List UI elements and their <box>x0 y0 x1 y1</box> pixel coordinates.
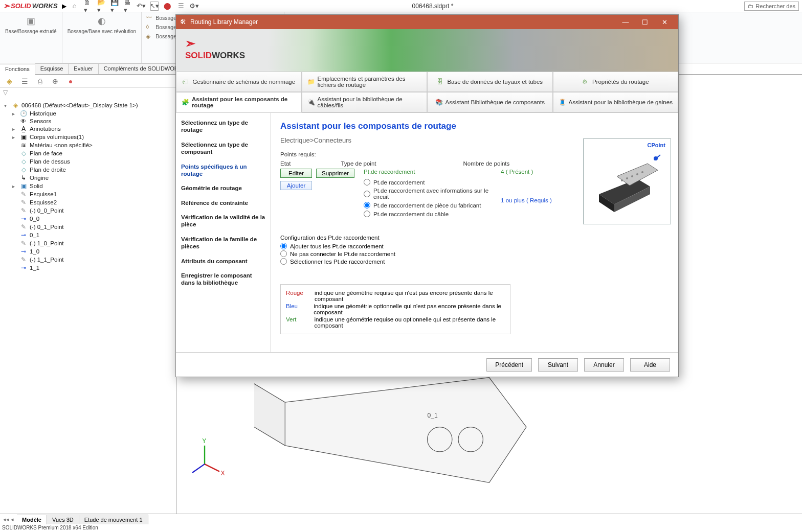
fm-tab-config-icon[interactable]: ⎙ <box>35 76 45 86</box>
rebuild-icon[interactable]: ⬤ <box>164 2 172 11</box>
tree-historique[interactable]: ▸🕑Historique <box>1 109 175 118</box>
ribbon-boss-revolve[interactable]: ◐ Bossage/Base avec révolution <box>62 12 142 63</box>
tree-solid[interactable]: ▸▣Solid <box>1 182 175 190</box>
tab-vues3d[interactable]: Vues 3D <box>47 515 79 524</box>
options-icon[interactable]: ☰ <box>177 2 185 11</box>
tab-nav-prev-icon[interactable]: ◂◂ ◂ <box>0 516 17 523</box>
tree-point-01[interactable]: ✎(-) 0_1_Point <box>1 223 175 231</box>
wiz-step-3[interactable]: Géométrie de routage <box>181 184 265 192</box>
ribbon-tab-esquisse[interactable]: Esquisse <box>35 63 69 74</box>
dlg-tab-comp-lib-wizard[interactable]: 📚Assistant Bibliothèque de composants <box>427 92 553 112</box>
cfg-opt-select[interactable]: Sélectionner les Pt.de raccordement <box>280 258 669 265</box>
svg-text:0_1: 0_1 <box>428 412 438 419</box>
tree-cpoint-11[interactable]: ⊸1_1 <box>1 264 175 272</box>
brand-second: WORKS <box>212 51 245 60</box>
fm-tab-appearance-icon[interactable]: ● <box>65 76 76 86</box>
tree-point-10[interactable]: ✎(-) 1_0_Point <box>1 239 175 247</box>
tree-annotations[interactable]: ▸A̲Annotations <box>1 125 175 133</box>
minimize-icon[interactable]: — <box>616 15 635 29</box>
save-icon[interactable]: 💾▾ <box>110 2 119 11</box>
tree-esquisse1[interactable]: ✎Esquisse1 <box>1 190 175 198</box>
opt-cpoint-cable[interactable]: Pt.de raccordement du câble <box>364 211 492 217</box>
play-icon[interactable]: ▶ <box>62 3 66 10</box>
wizard-icon: 🧩 <box>182 99 189 106</box>
wiz-step-5[interactable]: Vérification de la validité de la pièce <box>181 214 265 228</box>
dialog-title-bar[interactable]: 🛠 Routing Library Manager — ☐ ✕ <box>176 15 678 29</box>
dialog-footer: Précédent Suivant Annuler Aide <box>176 352 678 377</box>
wiz-step-6[interactable]: Vérification de la famille de pièces <box>181 236 265 250</box>
svg-text:Y: Y <box>202 437 206 445</box>
wiz-step-1[interactable]: Sélectionnez un type de composant <box>181 141 265 156</box>
tree-origine[interactable]: ↳Origine <box>1 174 175 182</box>
wizard-main: Assistant pour les composants de routage… <box>271 113 678 352</box>
dlg-tab-routing-props[interactable]: ⚙Propriétés du routage <box>553 72 679 92</box>
maximize-icon[interactable]: ☐ <box>635 15 655 29</box>
feature-tree[interactable]: ▾◈006468 (Défaut<<Défaut>_Display State … <box>0 99 176 520</box>
prev-button[interactable]: Précédent <box>486 358 532 372</box>
tree-plan-face[interactable]: ◇Plan de face <box>1 149 175 157</box>
edit-button[interactable]: Editer <box>280 169 312 178</box>
wiz-step-7[interactable]: Attributs du composant <box>181 258 265 265</box>
opt-cpoint[interactable]: Pt.de raccordement <box>364 179 492 186</box>
wiz-step-8[interactable]: Enregistrer le composant dans la bibliot… <box>181 272 265 287</box>
tree-plan-droite[interactable]: ◇Plan de droite <box>1 166 175 174</box>
home-icon[interactable]: ⌂ <box>71 2 79 11</box>
print-icon[interactable]: 🖶▾ <box>124 2 132 11</box>
cfg-opt-no-connect[interactable]: Ne pas connecter le Pt.de raccordement <box>280 250 669 257</box>
dlg-tab-covering-lib-wizard[interactable]: 🧵Assistant pour la bibliothèque de gaine… <box>553 92 679 112</box>
next-button[interactable]: Suivant <box>538 358 578 372</box>
fm-tab-feature-icon[interactable]: ◈ <box>4 76 14 86</box>
search-box[interactable]: 🗀 Rechercher des <box>744 2 799 11</box>
fm-tab-property-icon[interactable]: ☰ <box>19 76 30 86</box>
close-icon[interactable]: ✕ <box>655 15 674 29</box>
add-button[interactable]: Ajouter <box>280 181 312 190</box>
delete-button[interactable]: Supprimer <box>316 169 354 178</box>
opt-cpoint-circuit[interactable]: Pt.de raccordement avec informations sur… <box>364 188 492 200</box>
ribbon-boss-extrude[interactable]: ▣ Base/Bossage extrudé <box>0 12 62 63</box>
tree-esquisse2[interactable]: ✎Esquisse2 <box>1 198 175 206</box>
tree-plan-dessus[interactable]: ◇Plan de dessus <box>1 157 175 166</box>
dlg-tab-routing-comp-wizard[interactable]: 🧩Assistant pour les composants de routag… <box>176 92 302 112</box>
open-icon[interactable]: 📂▾ <box>97 2 105 11</box>
svg-point-14 <box>621 179 623 181</box>
tree-cpoint-01[interactable]: ⊸0_1 <box>1 231 175 239</box>
wiz-step-2[interactable]: Points spécifiques à un routage <box>181 163 265 178</box>
dlg-tab-cable-lib-wizard[interactable]: 🔌Assistant pour la bibliothèque de câble… <box>302 92 428 112</box>
fm-filter[interactable]: ▽ <box>0 88 176 99</box>
feature-manager-pane: ◈ ☰ ⎙ ⊕ ● ▽ ▾◈006468 (Défaut<<Défaut>_Di… <box>0 75 176 520</box>
tab-etude[interactable]: Etude de mouvement 1 <box>79 515 148 524</box>
legend-bleu-label: Bleu <box>286 303 306 315</box>
legend-bleu-text: indique une géométrie optionnelle qui n'… <box>314 303 505 315</box>
ribbon-tab-evaluer[interactable]: Evaluer <box>69 63 98 74</box>
tree-cpoint-00[interactable]: ⊸0_0 <box>1 215 175 223</box>
ribbon-tab-fonctions[interactable]: Fonctions <box>0 64 35 75</box>
cancel-button[interactable]: Annuler <box>584 358 624 372</box>
dlg-tab-naming-schemes[interactable]: 🏷Gestionnaire de schémas de nommage <box>176 72 302 92</box>
dlg-tab-file-locations[interactable]: 📁Emplacements et paramètres des fichiers… <box>302 72 428 92</box>
config-block: Configuration des Pt.de raccordement Ajo… <box>280 235 669 265</box>
fm-tab-dim-icon[interactable]: ⊕ <box>50 76 60 86</box>
cfg-opt-add-all[interactable]: Ajouter tous les Pt.de raccordement <box>280 243 669 249</box>
help-button[interactable]: Aide <box>630 358 670 372</box>
tab-modele[interactable]: Modèle <box>17 515 47 524</box>
tree-root[interactable]: ▾◈006468 (Défaut<<Défaut>_Display State … <box>1 101 175 109</box>
tree-point-00[interactable]: ✎(-) 0_0_Point <box>1 206 175 215</box>
select-icon[interactable]: ↖▾ <box>150 2 159 11</box>
loft-icon: ◊ <box>146 24 153 31</box>
tree-material[interactable]: ≋Matériau <non spécifié> <box>1 141 175 149</box>
brand-second: WORKS <box>32 2 58 10</box>
dlg-tab-pipe-db[interactable]: 🗄Base de données de tuyaux et tubes <box>427 72 553 92</box>
undo-icon[interactable]: ↶▾ <box>137 2 145 11</box>
tree-point-11[interactable]: ✎(-) 1_1_Point <box>1 256 175 264</box>
wiz-step-0[interactable]: Sélectionnez un type de routage <box>181 119 265 134</box>
app-title-bar: ➣ SOLIDWORKS ▶ ⌂ 🗎▾ 📂▾ 💾▾ 🖶▾ ↶▾ ↖▾ ⬤ ☰ ⚙… <box>0 0 802 12</box>
new-icon[interactable]: 🗎▾ <box>84 2 92 11</box>
wiz-step-4[interactable]: Référence de contrainte <box>181 199 265 206</box>
opt-cpoint-mfg[interactable]: Pt.de raccordement de pièce du fabricant <box>364 202 492 209</box>
tree-solid-bodies[interactable]: ▸▣Corps volumiques(1) <box>1 133 175 141</box>
tree-cpoint-10[interactable]: ⊸1_0 <box>1 247 175 256</box>
tree-sensors[interactable]: 👁Sensors <box>1 118 175 125</box>
sweep-icon: 〰 <box>146 14 153 21</box>
svg-point-17 <box>636 173 638 175</box>
gear-icon[interactable]: ⚙▾ <box>190 2 198 11</box>
